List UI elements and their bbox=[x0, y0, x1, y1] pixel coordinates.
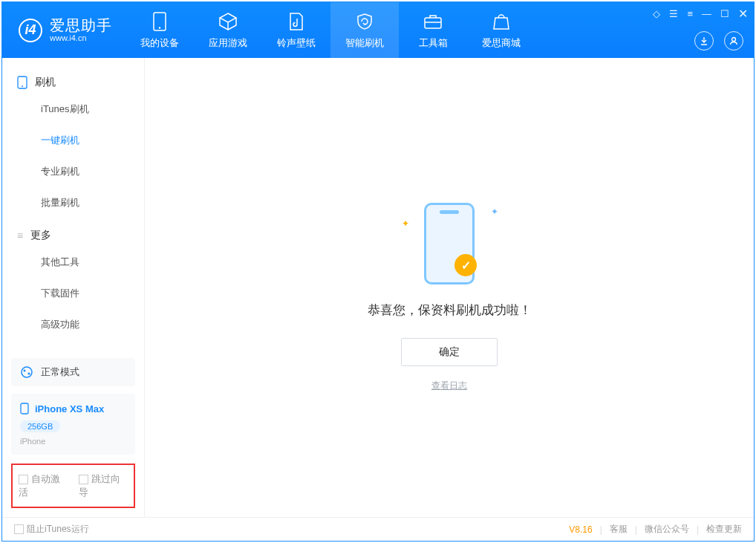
auto-activate-checkbox[interactable]: 自动激活 bbox=[19, 472, 68, 499]
customer-service-link[interactable]: 客服 bbox=[610, 523, 628, 536]
svg-point-5 bbox=[22, 85, 23, 87]
tab-ringtone-wallpaper[interactable]: 铃声壁纸 bbox=[262, 2, 330, 58]
sparkle-icon: ✦ bbox=[402, 218, 409, 229]
app-title: 爱思助手 bbox=[50, 17, 112, 33]
sidebar-item-pro-flash[interactable]: 专业刷机 bbox=[2, 156, 144, 187]
success-message: 恭喜您，保资料刷机成功啦！ bbox=[368, 302, 532, 319]
minimize-button[interactable]: — bbox=[702, 8, 711, 19]
tab-smart-flash[interactable]: 智能刷机 bbox=[330, 2, 399, 58]
block-itunes-checkbox[interactable]: 阻止iTunes运行 bbox=[14, 523, 89, 536]
phone-icon bbox=[17, 76, 27, 89]
user-button[interactable] bbox=[724, 31, 743, 51]
window-controls: ◇ ☰ ≡ — ☐ ✕ bbox=[653, 7, 748, 21]
header-actions bbox=[694, 31, 743, 51]
svg-point-7 bbox=[24, 370, 26, 372]
tab-toolbox[interactable]: 工具箱 bbox=[399, 2, 467, 58]
refresh-shield-icon bbox=[354, 11, 375, 32]
mode-card[interactable]: 正常模式 bbox=[11, 358, 135, 386]
sidebar: 刷机 iTunes刷机 一键刷机 专业刷机 批量刷机 ≡ 更多 其他工具 下载固… bbox=[2, 58, 145, 517]
sidebar-section-more: ≡ 更多 bbox=[2, 218, 144, 247]
check-update-link[interactable]: 检查更新 bbox=[706, 523, 742, 536]
tshirt-icon[interactable]: ◇ bbox=[653, 8, 660, 19]
main-tabs: 我的设备 应用游戏 铃声壁纸 智能刷机 工具箱 爱思商城 bbox=[126, 2, 535, 58]
app-subtitle: www.i4.cn bbox=[50, 33, 112, 42]
svg-point-8 bbox=[28, 373, 30, 375]
sidebar-item-itunes-flash[interactable]: iTunes刷机 bbox=[2, 94, 144, 125]
list-icon[interactable]: ≡ bbox=[687, 8, 693, 19]
sidebar-section-flash: 刷机 bbox=[2, 65, 144, 94]
check-badge-icon: ✓ bbox=[454, 254, 477, 276]
toolbox-icon bbox=[423, 11, 443, 32]
close-button[interactable]: ✕ bbox=[738, 7, 748, 21]
status-bar: 阻止iTunes运行 V8.16 | 客服 | 微信公众号 | 检查更新 bbox=[2, 517, 754, 541]
header: i4 爱思助手 www.i4.cn 我的设备 应用游戏 铃声壁纸 智能刷机 bbox=[2, 2, 754, 58]
menu-icon[interactable]: ☰ bbox=[669, 8, 678, 19]
sidebar-item-other-tools[interactable]: 其他工具 bbox=[2, 247, 144, 278]
cube-icon bbox=[218, 11, 238, 32]
svg-rect-9 bbox=[21, 403, 28, 414]
download-button[interactable] bbox=[694, 31, 714, 51]
device-type-label: iPhone bbox=[20, 437, 45, 446]
logo-icon: i4 bbox=[19, 19, 42, 42]
main-content: ✦ ✦ ✓ 恭喜您，保资料刷机成功啦！ 确定 查看日志 bbox=[145, 58, 754, 517]
wechat-link[interactable]: 微信公众号 bbox=[645, 523, 689, 536]
sidebar-item-advanced[interactable]: 高级功能 bbox=[2, 309, 144, 340]
tab-my-device[interactable]: 我的设备 bbox=[126, 2, 194, 58]
tab-store[interactable]: 爱思商城 bbox=[467, 2, 535, 58]
list-icon: ≡ bbox=[17, 230, 23, 241]
app-window: i4 爱思助手 www.i4.cn 我的设备 应用游戏 铃声壁纸 智能刷机 bbox=[1, 1, 755, 542]
phone-illustration-icon: ✓ bbox=[424, 203, 475, 284]
sidebar-item-download-firmware[interactable]: 下载固件 bbox=[2, 278, 144, 309]
mode-icon bbox=[20, 365, 33, 379]
highlighted-options: 自动激活 跳过向导 bbox=[11, 464, 135, 508]
device-name-label: iPhone XS Max bbox=[35, 403, 104, 414]
tab-apps-games[interactable]: 应用游戏 bbox=[194, 2, 262, 58]
app-logo: i4 爱思助手 www.i4.cn bbox=[2, 17, 126, 42]
view-log-link[interactable]: 查看日志 bbox=[431, 380, 467, 392]
music-file-icon bbox=[286, 11, 307, 32]
skip-guide-checkbox[interactable]: 跳过向导 bbox=[79, 472, 128, 499]
version-label: V8.16 bbox=[569, 524, 592, 535]
success-illustration: ✦ ✦ ✓ bbox=[405, 199, 494, 288]
sidebar-item-one-click-flash[interactable]: 一键刷机 bbox=[2, 125, 144, 156]
device-icon bbox=[149, 11, 170, 32]
svg-point-1 bbox=[159, 27, 160, 28]
sidebar-item-batch-flash[interactable]: 批量刷机 bbox=[2, 187, 144, 218]
svg-point-6 bbox=[22, 367, 32, 377]
sparkle-icon: ✦ bbox=[491, 207, 498, 217]
body: 刷机 iTunes刷机 一键刷机 专业刷机 批量刷机 ≡ 更多 其他工具 下载固… bbox=[2, 58, 754, 517]
device-storage-badge: 256GB bbox=[20, 420, 60, 432]
device-card[interactable]: iPhone XS Max 256GB iPhone bbox=[11, 394, 135, 455]
device-phone-icon bbox=[20, 403, 29, 414]
bag-icon bbox=[491, 11, 512, 32]
svg-rect-2 bbox=[425, 18, 441, 28]
mode-label: 正常模式 bbox=[41, 365, 79, 379]
maximize-button[interactable]: ☐ bbox=[720, 8, 729, 19]
svg-point-3 bbox=[732, 38, 736, 42]
ok-button[interactable]: 确定 bbox=[401, 338, 498, 366]
